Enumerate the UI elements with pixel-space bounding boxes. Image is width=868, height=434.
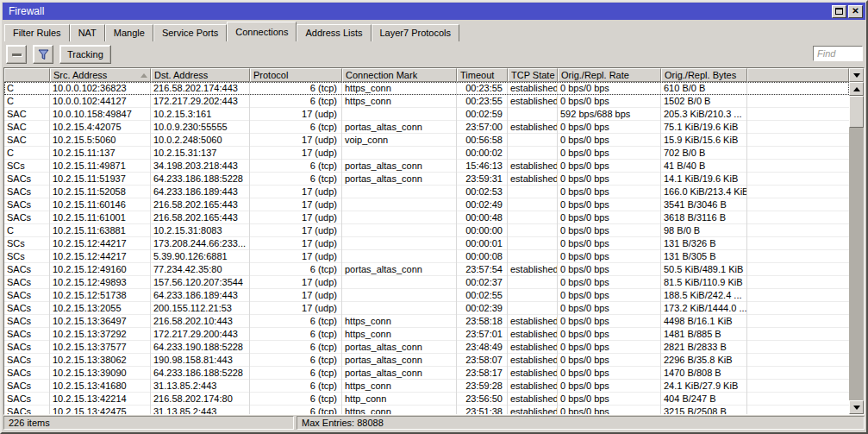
cell-rate: 0 bps/0 bps [558,263,661,276]
title-bar[interactable]: Firewall ✕ [3,3,865,20]
cell-tcp-state [508,198,558,211]
remove-connection-button[interactable] [6,45,27,64]
cell-rate: 0 bps/0 bps [558,302,661,315]
cell-mark: portas_altas_conn [342,160,457,173]
cell-bytes: 173.2 KiB/1444.0 ... [661,302,747,315]
tab-layer7-protocols[interactable]: Layer7 Protocols [372,24,460,41]
connection-row[interactable]: SCs10.2.15.12:44217173.208.244.66:233...… [4,237,849,250]
cell-src: 10.2.15.13:2055 [50,302,151,315]
cell-protocol: 17 (udp) [250,276,342,289]
cell-flags: C [4,147,50,160]
cell-tcp-state [508,276,558,289]
column-header-orig-repl-bytes[interactable]: Orig./Repl. Bytes [661,68,747,82]
sort-ascending-icon [141,73,147,78]
connection-row[interactable]: SACs10.2.15.13:3909064.233.186.188:52286… [4,367,849,380]
column-header-src-address[interactable]: Src. Address [50,68,151,82]
cell-rate: 0 bps/0 bps [558,224,661,237]
cell-tcp-state: established [508,341,558,354]
cell-bytes: 81.5 KiB/110.9 KiB [661,276,747,289]
column-header-tcp-state[interactable]: TCP State [508,68,558,82]
cell-rate: 0 bps/0 bps [558,380,661,393]
cell-rate: 0 bps/0 bps [558,134,661,147]
tab-mangle[interactable]: Mangle [105,24,153,41]
connection-row[interactable]: SACs10.2.15.12:4916077.234.42.35:806 (tc… [4,263,849,276]
connection-row[interactable]: SACs10.2.15.13:37292172.217.29.200:4436 … [4,328,849,341]
column-header-dst-address[interactable]: Dst. Address [151,68,250,82]
connection-row[interactable]: SACs10.2.15.12:49893157.56.120.207:35441… [4,276,849,289]
connection-row[interactable]: C10.2.15.11:6388110.2.15.31:808317 (udp)… [4,224,849,237]
connection-row[interactable]: SACs10.2.15.13:2055200.155.112.21:5317 (… [4,302,849,315]
scroll-up-button[interactable] [849,82,864,96]
tab-address-lists[interactable]: Address Lists [297,24,371,41]
find-input[interactable] [813,46,863,61]
connection-row[interactable]: SACs10.2.15.13:42214216.58.202.174:806 (… [4,393,849,406]
cell-filler [747,134,849,147]
cell-timeout: 00:23:55 [457,82,508,95]
cell-flags: SCs [4,250,50,263]
connection-row[interactable]: SACs10.2.15.11:60146216.58.202.165:44317… [4,198,849,211]
column-header-timeout[interactable]: Timeout [457,68,508,82]
close-button[interactable]: ✕ [848,5,863,18]
connection-row[interactable]: SACs10.2.15.11:5205864.233.186.189:44317… [4,186,849,198]
connection-row[interactable]: SAC10.0.10.158:4984710.2.15.3:16117 (udp… [4,108,849,121]
cell-dst: 10.2.15.31:8083 [151,224,250,237]
connection-row[interactable]: SACs10.2.15.13:38062190.98.158.81:4436 (… [4,354,849,367]
scrollbar-thumb[interactable] [849,96,864,128]
scroll-down-button[interactable] [849,400,864,414]
cell-tcp-state: established [508,406,558,414]
column-header-label: Timeout [460,70,494,80]
tab-service-ports[interactable]: Service Ports [153,24,227,41]
column-header-protocol[interactable]: Protocol [250,68,342,82]
tracking-button[interactable]: Tracking [59,45,111,64]
connection-row[interactable]: SACs10.2.15.12:5173864.233.186.189:44317… [4,289,849,302]
connection-row[interactable]: SACs10.2.15.13:3757764.233.190.188:52286… [4,341,849,354]
cell-timeout: 23:56:50 [457,393,508,406]
connection-row[interactable]: C10.0.0.102:36823216.58.202.174:4436 (tc… [4,82,849,95]
cell-mark [342,147,457,160]
cell-mark: https_conn [342,406,457,414]
tab-filter-rules[interactable]: Filter Rules [4,24,70,41]
connection-row[interactable]: SCs10.2.15.12:442175.39.90.126:688117 (u… [4,250,849,263]
cell-protocol: 6 (tcp) [250,354,342,367]
cell-timeout: 23:48:49 [457,341,508,354]
connection-row[interactable]: SAC10.2.15.5:506010.0.2.248:506017 (udp)… [4,134,849,147]
connection-row[interactable]: SACs10.2.15.13:36497216.58.202.10:4436 (… [4,315,849,328]
connection-row[interactable]: SACs10.2.15.13:4247531.13.85.2:4436 (tcp… [4,406,849,414]
cell-mark [342,224,457,237]
vertical-scrollbar[interactable] [849,82,864,414]
cell-src: 10.2.15.13:39090 [50,367,151,380]
column-header-orig-repl-rate[interactable]: Orig./Repl. Rate [558,68,661,82]
cell-mark [342,289,457,302]
connection-row[interactable]: C10.0.0.102:44127172.217.29.202:4436 (tc… [4,95,849,108]
minus-icon [12,53,22,56]
funnel-icon [38,49,49,60]
connection-row[interactable]: SAC10.2.15.4:4207510.0.9.230:555556 (tcp… [4,121,849,134]
connection-row[interactable]: C10.2.15.11:13710.2.15.31:13717 (udp)00:… [4,147,849,160]
cell-mark [342,302,457,315]
cell-protocol: 17 (udp) [250,302,342,315]
column-header-connection-mark[interactable]: Connection Mark [342,68,457,82]
tab-nat[interactable]: NAT [70,24,105,41]
cell-flags: C [4,224,50,237]
table-header: Src. AddressDst. AddressProtocolConnecti… [4,68,849,82]
maximize-button[interactable] [832,5,846,18]
column-header-flags[interactable] [4,68,50,82]
connection-row[interactable]: SACs10.2.15.13:4168031.13.85.2:4436 (tcp… [4,380,849,393]
cell-tcp-state: established [508,263,558,276]
cell-bytes: 14.1 KiB/19.6 KiB [661,173,747,186]
connection-row[interactable]: SACs10.2.15.11:5193764.233.186.188:52286… [4,173,849,186]
connections-table: Src. AddressDst. AddressProtocolConnecti… [3,67,865,415]
cell-flags: SACs [4,380,50,393]
cell-timeout: 00:02:37 [457,276,508,289]
cell-timeout: 23:59:31 [457,173,508,186]
cell-tcp-state [508,211,558,224]
connection-row[interactable]: SACs10.2.15.11:61001216.58.202.165:44317… [4,211,849,224]
connection-row[interactable]: SCs10.2.15.11:4987134.198.203.218:4436 (… [4,160,849,173]
tab-connections[interactable]: Connections [227,22,297,41]
cell-filler [747,367,849,380]
cell-protocol: 6 (tcp) [250,95,342,108]
filter-button[interactable] [33,45,53,64]
cell-protocol: 6 (tcp) [250,121,342,134]
column-select-button[interactable] [849,68,864,82]
cell-flags: SAC [4,108,50,121]
